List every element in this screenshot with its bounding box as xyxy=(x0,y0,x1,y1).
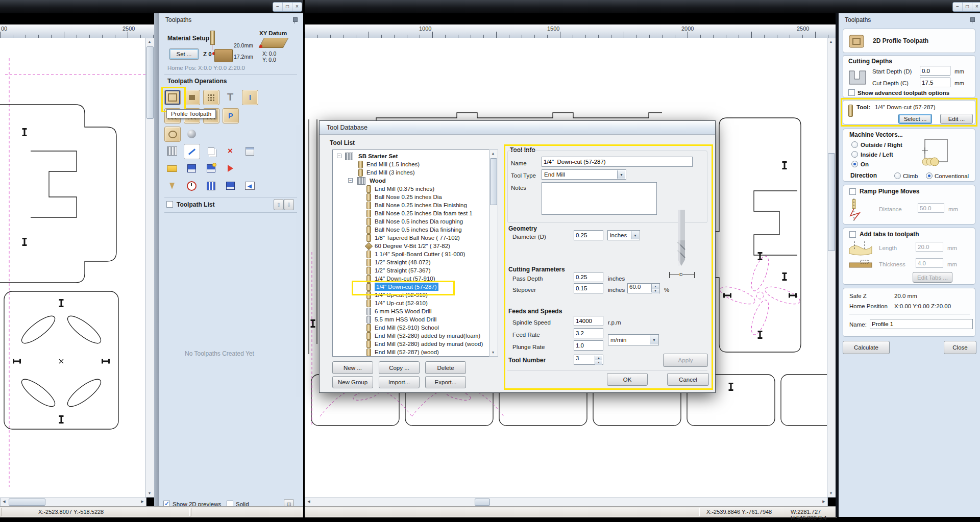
distance-input[interactable] xyxy=(918,203,944,213)
advanced-options-checkbox[interactable] xyxy=(848,89,855,96)
profile-toolpath-icon[interactable] xyxy=(164,90,181,105)
vertical-scrollbar-a[interactable]: ▲ ▼ xyxy=(145,38,155,498)
tree-item[interactable]: End Mill (52-280) added by murad(foam) xyxy=(333,332,498,340)
window-a-controls[interactable]: − □ × xyxy=(273,2,302,12)
tree-item[interactable]: 6 mm HSS Wood Drill xyxy=(333,307,498,315)
horizontal-scrollbar-b[interactable]: ◀ ▶ xyxy=(305,498,828,507)
cut-depth-input[interactable] xyxy=(920,78,950,87)
tree-item[interactable]: 1/4" Up-cut (52-910) xyxy=(333,291,498,299)
tree-item[interactable]: Ball Nose 0.25 inches Dia foam test 1 xyxy=(333,209,498,217)
tree-group[interactable]: SB Starter Set xyxy=(333,152,498,160)
tree-item[interactable]: 60 Degree V-Bit 1/2" ( 37-82) xyxy=(333,242,498,250)
tree-item[interactable]: 1 1/4" Spoil-Board Cutter ( 91-000) xyxy=(333,250,498,258)
tree-item[interactable]: End Mill (52-910) School xyxy=(333,324,498,332)
panel-splitter-a[interactable] xyxy=(154,13,159,506)
tool-list-tree[interactable]: SB Starter Set End Mill (1.5 inches) End… xyxy=(332,150,498,357)
horizontal-scrollbar-a[interactable]: ◀ ▶ xyxy=(0,498,146,507)
diameter-input[interactable] xyxy=(574,230,603,240)
close-icon[interactable]: × xyxy=(972,3,980,11)
finish-machining-icon[interactable] xyxy=(184,127,199,141)
estimate-time-icon[interactable] xyxy=(242,144,257,158)
toolpath-list-checkbox[interactable] xyxy=(166,201,173,208)
stepover-percent-spinner[interactable]: 60.0 ▴▾ xyxy=(627,283,660,293)
save-all-toolpaths-icon[interactable] xyxy=(223,179,238,193)
pin-icon[interactable] xyxy=(293,17,298,22)
close-button[interactable]: Close xyxy=(944,341,976,354)
tree-item[interactable]: Ball Nose 0.5 inches Dia roughing xyxy=(333,217,498,226)
notes-textarea[interactable] xyxy=(542,182,657,215)
save-template-icon[interactable] xyxy=(203,161,218,176)
inside-left-radio[interactable] xyxy=(851,151,858,158)
tree-item[interactable]: 1/4" Up-cut (52-910) xyxy=(333,299,498,307)
diameter-units-dropdown[interactable]: inches▾ xyxy=(607,230,640,240)
close-toolpaths-icon[interactable] xyxy=(223,161,238,176)
tree-item[interactable]: 1/2" Straight (57-367) xyxy=(333,266,498,275)
minimize-icon[interactable]: − xyxy=(273,3,282,11)
preview-toolpath-icon[interactable] xyxy=(164,179,180,193)
tree-item[interactable]: End Mill (52-280) added by murad (wood) xyxy=(333,340,498,348)
conventional-radio[interactable] xyxy=(926,172,933,179)
tree-item[interactable]: Ball Nose 0.5 inches Dia finishing xyxy=(333,226,498,234)
vertical-scrollbar-b[interactable]: ▲ ▼ xyxy=(827,38,836,498)
tool-name-input[interactable] xyxy=(542,157,693,167)
plunge-rate-input[interactable] xyxy=(574,340,603,351)
outside-right-radio[interactable] xyxy=(851,141,858,148)
window-b-titlebar[interactable]: − □ × xyxy=(305,0,980,13)
edit-tool-button[interactable]: Edit ... xyxy=(940,114,973,124)
vcarve-toolpath-icon[interactable]: T xyxy=(223,90,238,104)
on-radio[interactable] xyxy=(851,161,858,167)
pin-icon[interactable] xyxy=(970,17,975,22)
tree-item[interactable]: End Mill (52-287) (wood) xyxy=(333,348,498,356)
dialog-titlebar[interactable]: Tool Database xyxy=(320,121,715,135)
tree-item[interactable]: 1/2" Straight (48-072) xyxy=(333,258,498,266)
rough-machining-icon[interactable] xyxy=(164,127,181,142)
tree-group[interactable]: Wood xyxy=(333,177,498,185)
edit-tabs-button[interactable]: Edit Tabs ... xyxy=(913,272,952,283)
import-button[interactable]: Import... xyxy=(379,376,420,388)
dock-panel-icon[interactable]: ◀ xyxy=(242,179,257,193)
rate-units-dropdown[interactable]: m/min▾ xyxy=(608,334,659,345)
tree-item[interactable]: Ball Nose 0.25 inches Dia Finishing xyxy=(333,201,498,209)
delete-gcode-icon[interactable]: × xyxy=(223,144,238,158)
delete-tool-button[interactable]: Delete xyxy=(425,361,466,374)
pocket-toolpath-icon[interactable] xyxy=(184,90,200,105)
tree-item-selected[interactable]: 1/4" Down-cut (57-287) xyxy=(333,283,498,291)
spindle-speed-input[interactable] xyxy=(574,316,603,326)
save-toolpath-icon[interactable] xyxy=(184,161,199,176)
start-depth-input[interactable] xyxy=(920,66,950,76)
move-down-button[interactable]: ⇩ xyxy=(284,199,294,210)
tab-length-input[interactable] xyxy=(916,242,943,252)
toolbar-layout-icon[interactable] xyxy=(203,179,218,193)
drawing-canvas-a[interactable] xyxy=(0,38,154,498)
select-tool-button[interactable]: Select ... xyxy=(898,114,932,124)
window-b-controls[interactable]: − □ × xyxy=(952,2,980,12)
stepover-input[interactable] xyxy=(574,283,603,293)
add-tabs-checkbox[interactable] xyxy=(849,231,856,238)
restore-icon[interactable]: □ xyxy=(962,3,972,11)
inlay-toolpath-icon[interactable]: I xyxy=(242,90,258,105)
ok-button[interactable]: OK xyxy=(607,373,648,386)
tool-type-dropdown[interactable]: End Mill▾ xyxy=(542,169,626,180)
tree-item[interactable]: End Mill (0.375 inches) xyxy=(333,185,498,193)
tree-item[interactable]: Ball Nose 0.25 inches Dia xyxy=(333,193,498,201)
merge-gcode-icon[interactable] xyxy=(203,144,218,158)
cancel-button[interactable]: Cancel xyxy=(667,373,709,386)
new-tool-button[interactable]: New ... xyxy=(332,361,373,374)
apply-button[interactable]: Apply xyxy=(663,354,708,367)
copy-tool-button[interactable]: Copy ... xyxy=(379,361,420,374)
window-a-titlebar[interactable]: − □ × xyxy=(0,0,303,13)
tree-item[interactable]: 1/8" Tapered Ball Nose ( 77-102) xyxy=(333,234,498,242)
export-button[interactable]: Export... xyxy=(425,376,466,388)
set-material-button[interactable]: Set ... xyxy=(169,48,199,60)
tool-database-icon[interactable] xyxy=(164,144,180,158)
tab-thickness-input[interactable] xyxy=(916,258,943,268)
prism-carve-toolpath-icon[interactable]: P xyxy=(223,108,239,123)
tool-number-spinner[interactable]: 3 ▴▾ xyxy=(574,355,603,365)
calculate-button[interactable]: Calculate xyxy=(843,341,890,354)
pass-depth-input[interactable] xyxy=(574,272,603,282)
close-icon[interactable]: × xyxy=(292,3,302,11)
minimize-icon[interactable]: − xyxy=(953,3,962,11)
move-up-button[interactable]: ⇧ xyxy=(274,199,284,210)
tree-scrollbar[interactable]: ▲ ▼ xyxy=(489,150,498,357)
tree-item[interactable]: 1/4" Down-cut (57-910) xyxy=(333,275,498,283)
